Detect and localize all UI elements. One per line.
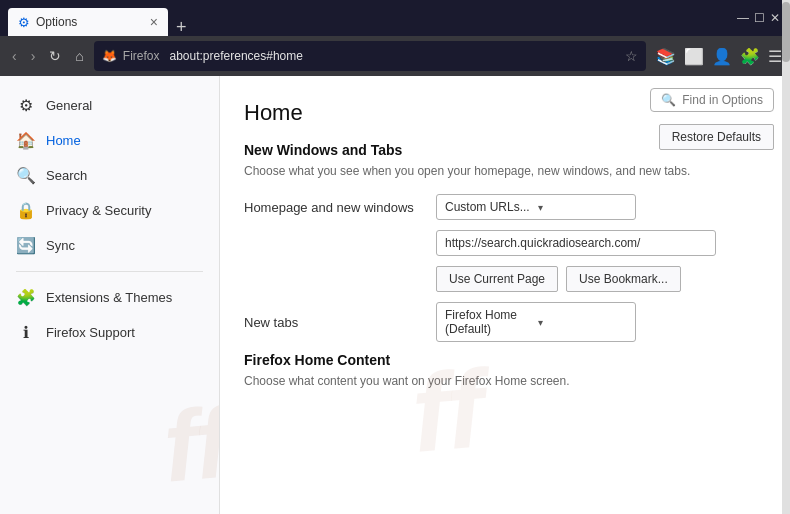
new-tabs-chevron-icon: ▾ [538,317,627,328]
general-icon: ⚙ [16,96,36,115]
sidebar-watermark: ff [160,391,220,496]
search-icon: 🔍 [16,166,36,185]
sidebar-item-support[interactable]: ℹ Firefox Support [0,315,219,350]
close-button[interactable]: ✕ [768,11,782,25]
sync-icon[interactable]: ⬜ [684,47,704,66]
back-button[interactable]: ‹ [8,46,21,66]
section2-title: Firefox Home Content [244,352,766,368]
scrollbar-thumb[interactable] [782,2,790,62]
maximize-button[interactable]: ☐ [752,11,766,25]
homepage-setting-row: Homepage and new windows Custom URLs... … [244,194,766,220]
sidebar-divider [16,271,203,272]
address-bar[interactable]: 🦊 Firefox about:preferences#home ☆ [94,41,646,71]
sidebar-item-sync[interactable]: 🔄 Sync [0,228,219,263]
tab-settings-icon: ⚙ [18,15,30,30]
menu-icon[interactable]: ☰ [768,47,782,66]
sidebar-item-general[interactable]: ⚙ General [0,88,219,123]
sidebar-search-label: Search [46,168,87,183]
sidebar-extensions-label: Extensions & Themes [46,290,172,305]
sidebar-privacy-label: Privacy & Security [46,203,151,218]
tab-close-button[interactable]: × [150,15,158,29]
title-bar: ⚙ Options × + — ☐ ✕ [0,0,790,36]
sidebar-item-privacy[interactable]: 🔒 Privacy & Security [0,193,219,228]
extensions-icon[interactable]: 🧩 [740,47,760,66]
new-tabs-dropdown[interactable]: Firefox Home (Default) ▾ [436,302,636,342]
find-placeholder: Find in Options [682,93,763,107]
refresh-button[interactable]: ↻ [45,46,65,66]
section1-desc: Choose what you see when you open your h… [244,164,766,178]
sidebar-sync-label: Sync [46,238,75,253]
section2-desc: Choose what content you want on your Fir… [244,374,766,388]
tab-area: ⚙ Options × + [8,0,728,36]
bookmark-star-icon[interactable]: ☆ [625,48,638,64]
new-tab-button[interactable]: + [168,18,195,36]
browser-label: Firefox [123,49,160,63]
options-tab[interactable]: ⚙ Options × [8,8,168,36]
sidebar-home-label: Home [46,133,81,148]
main-layout: ff ⚙ General 🏠 Home 🔍 Search 🔒 Privacy &… [0,76,790,514]
use-current-page-button[interactable]: Use Current Page [436,266,558,292]
find-search-icon: 🔍 [661,93,676,107]
sidebar-general-label: General [46,98,92,113]
sidebar-support-label: Firefox Support [46,325,135,340]
sidebar-item-search[interactable]: 🔍 Search [0,158,219,193]
support-icon: ℹ [16,323,36,342]
url-input-row [244,230,766,256]
find-in-options[interactable]: 🔍 Find in Options [650,88,774,112]
minimize-button[interactable]: — [736,11,750,25]
new-tabs-label: New tabs [244,315,424,330]
url-text: about:preferences#home [170,49,620,63]
extensions-sidebar-icon: 🧩 [16,288,36,307]
home-nav-button[interactable]: ⌂ [71,46,87,66]
firefox-icon: 🦊 [102,49,117,63]
dropdown-chevron-icon: ▾ [538,202,627,213]
new-tabs-setting-row: New tabs Firefox Home (Default) ▾ [244,302,766,342]
sync-sidebar-icon: 🔄 [16,236,36,255]
content-area: ff 🔍 Find in Options Restore Defaults Ho… [220,76,790,514]
account-icon[interactable]: 👤 [712,47,732,66]
sidebar-item-extensions[interactable]: 🧩 Extensions & Themes [0,280,219,315]
scrollbar[interactable] [782,0,790,514]
use-bookmark-button[interactable]: Use Bookmark... [566,266,681,292]
homepage-label: Homepage and new windows [244,200,424,215]
action-buttons-row: Use Current Page Use Bookmark... [436,266,766,292]
library-icon[interactable]: 📚 [656,47,676,66]
restore-defaults-button[interactable]: Restore Defaults [659,124,774,150]
homepage-dropdown[interactable]: Custom URLs... ▾ [436,194,636,220]
nav-bar: ‹ › ↻ ⌂ 🦊 Firefox about:preferences#home… [0,36,790,76]
sidebar-item-home[interactable]: 🏠 Home [0,123,219,158]
lock-icon: 🔒 [16,201,36,220]
homepage-url-input[interactable] [436,230,716,256]
sidebar: ff ⚙ General 🏠 Home 🔍 Search 🔒 Privacy &… [0,76,220,514]
new-tabs-dropdown-value: Firefox Home (Default) [445,308,534,336]
forward-button[interactable]: › [27,46,40,66]
tab-title: Options [36,15,144,29]
window-controls: — ☐ ✕ [736,11,782,25]
homepage-dropdown-value: Custom URLs... [445,200,534,214]
toolbar-icons: 📚 ⬜ 👤 🧩 ☰ [656,47,782,66]
home-icon: 🏠 [16,131,36,150]
